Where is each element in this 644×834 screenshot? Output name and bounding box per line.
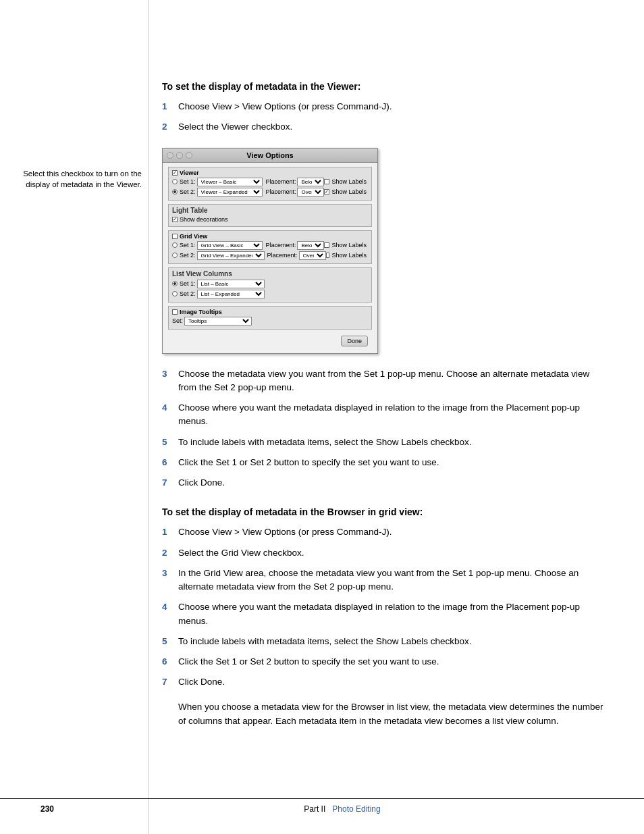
gv-placement2-select[interactable]: Over: [299, 251, 326, 260]
gv-set2-radio[interactable]: [172, 253, 178, 258]
step-number: 5: [162, 635, 178, 648]
step-number: 4: [162, 401, 178, 429]
view-options-dialog: View Options Viewer Set 1:: [162, 148, 378, 354]
viewer-set1-label: Set 1:: [180, 178, 196, 185]
gv-placement-label2: Placement:: [267, 252, 298, 259]
minimize-dot[interactable]: [176, 152, 183, 159]
gv-placement2: Placement: Over: [267, 251, 326, 260]
step-text: Click Done.: [178, 675, 603, 689]
maximize-dot[interactable]: [186, 152, 192, 159]
tooltips-title: Image Tooltips: [180, 309, 222, 315]
step-number: 3: [162, 567, 178, 594]
step-1-4: 4 Choose where you want the metadata dis…: [162, 401, 603, 429]
page-footer: 230 Part II Photo Editing: [0, 798, 644, 814]
step-1-7: 7 Click Done.: [162, 476, 603, 490]
body-paragraph: When you choose a metadata view for the …: [178, 700, 603, 729]
tooltips-header-row: Image Tooltips: [172, 309, 368, 315]
gv-show-labels1-checkbox[interactable]: [324, 242, 329, 248]
dialog-container: Select this checkbox to turn on the disp…: [162, 148, 603, 354]
tooltips-section: Image Tooltips Set: Tooltips: [168, 306, 372, 330]
step-1-6: 6 Click the Set 1 or Set 2 button to spe…: [162, 456, 603, 469]
step-number: 7: [162, 675, 178, 689]
viewer-set1-row: Set 1: Viewer – Basic Placement: Below: [172, 178, 368, 186]
gv-placement-label1: Placement:: [265, 242, 296, 249]
viewer-header-row: Viewer: [172, 170, 368, 176]
gv-placement1-select[interactable]: Below: [297, 241, 324, 250]
viewer-set1-radio[interactable]: [172, 179, 178, 184]
viewer-section: Viewer Set 1: Viewer – Basic Placement:: [168, 167, 372, 201]
step-1-3: 3 Choose the metadata view you want from…: [162, 367, 603, 395]
dialog-annotation: Select this checkbox to turn on the disp…: [14, 168, 142, 190]
step-number: 5: [162, 436, 178, 449]
part-title: Photo Editing: [332, 804, 380, 814]
viewer-set2-select[interactable]: Viewer – Expanded: [197, 188, 263, 197]
viewer-set1-select[interactable]: Viewer – Basic: [197, 178, 263, 186]
section1-heading: To set the display of metadata in the Vi…: [162, 81, 603, 92]
step-text: Choose where you want the metadata displ…: [178, 401, 603, 429]
step-text: Click the Set 1 or Set 2 button to speci…: [178, 655, 603, 669]
annotation-text: Select this checkbox to turn on the disp…: [23, 170, 142, 188]
show-decorations-row: Show decorations: [172, 216, 368, 223]
dialog-titlebar: View Options: [163, 149, 377, 163]
gv-set1-row: Set 1: Grid View – Basic Placement: Belo…: [172, 241, 368, 250]
lv-set1-select[interactable]: List – Basic: [197, 280, 265, 288]
list-view-section: List View Columns Set 1: List – Basic Se…: [168, 267, 372, 303]
gv-set2-select[interactable]: Grid View – Expanded: [197, 251, 265, 260]
step-number: 6: [162, 655, 178, 669]
step-1-5: 5 To include labels with metadata items,…: [162, 436, 603, 449]
step-text: Choose View > View Options (or press Com…: [178, 525, 603, 539]
lv-set2-select[interactable]: List – Expanded: [197, 290, 265, 298]
lv-set1-radio[interactable]: [172, 281, 178, 286]
grid-view-checkbox[interactable]: [172, 234, 178, 239]
step-1-1: 1 Choose View > View Options (or press C…: [162, 100, 603, 113]
step-2-6: 6 Click the Set 1 or Set 2 button to spe…: [162, 655, 603, 669]
footer-part-label: Part II Photo Editing: [81, 804, 603, 814]
show-labels2-checkbox[interactable]: [324, 189, 329, 194]
step-text: Choose where you want the metadata displ…: [178, 600, 603, 628]
dialog-title: View Options: [246, 151, 293, 159]
step-text: Click the Set 1 or Set 2 button to speci…: [178, 456, 603, 469]
step-number: 7: [162, 476, 178, 490]
show-labels1: Show Labels: [331, 178, 367, 185]
tooltip-set-select[interactable]: Tooltips: [184, 317, 252, 325]
step-number: 6: [162, 456, 178, 469]
page-container: To set the display of metadata in the Vi…: [0, 0, 644, 834]
step-text: To include labels with metadata items, s…: [178, 635, 603, 648]
step-2-7: 7 Click Done.: [162, 675, 603, 689]
gv-show-labels1: Show Labels: [331, 242, 367, 249]
gv-show-labels2-checkbox[interactable]: [326, 253, 330, 258]
lv-set2-radio[interactable]: [172, 291, 178, 296]
step-text: In the Grid View area, choose the metada…: [178, 567, 603, 594]
list-view-title: List View Columns: [172, 270, 368, 278]
step-number: 3: [162, 367, 178, 395]
dialog-controls: [167, 152, 192, 159]
viewer-checkbox[interactable]: [172, 170, 178, 176]
dialog-footer: Done: [168, 333, 372, 349]
step-2-1: 1 Choose View > View Options (or press C…: [162, 525, 603, 539]
gv-set1-radio[interactable]: [172, 242, 178, 248]
step-text: Choose View > View Options (or press Com…: [178, 100, 603, 113]
step-number: 2: [162, 120, 178, 134]
gv-show-labels2: Show Labels: [331, 252, 367, 259]
show-labels1-checkbox[interactable]: [324, 179, 329, 184]
viewer-set2-radio[interactable]: [172, 189, 178, 194]
lv-set2-label: Set 2:: [180, 290, 196, 297]
gv-set2-label: Set 2:: [180, 252, 196, 259]
step-number: 1: [162, 100, 178, 113]
placement1-select[interactable]: Below: [297, 178, 324, 186]
viewer-set2-row: Set 2: Viewer – Expanded Placement: Over: [172, 188, 368, 197]
tooltips-checkbox[interactable]: [172, 309, 178, 315]
gv-set2-row: Set 2: Grid View – Expanded Placement: O…: [172, 251, 368, 260]
part-roman: Part II: [304, 804, 325, 814]
step-text: Select the Grid View checkbox.: [178, 546, 603, 560]
light-table-section: Light Table Show decorations: [168, 204, 372, 227]
show-decorations-checkbox[interactable]: [172, 217, 178, 222]
done-button[interactable]: Done: [341, 336, 368, 346]
close-dot[interactable]: [167, 152, 173, 159]
gv-set1-select[interactable]: Grid View – Basic: [197, 241, 263, 250]
content-area: To set the display of metadata in the Vi…: [162, 41, 603, 729]
step-2-2: 2 Select the Grid View checkbox.: [162, 546, 603, 560]
step-2-3: 3 In the Grid View area, choose the meta…: [162, 567, 603, 594]
placement2-select[interactable]: Over: [297, 188, 324, 197]
lv-set1-label: Set 1:: [180, 280, 196, 287]
